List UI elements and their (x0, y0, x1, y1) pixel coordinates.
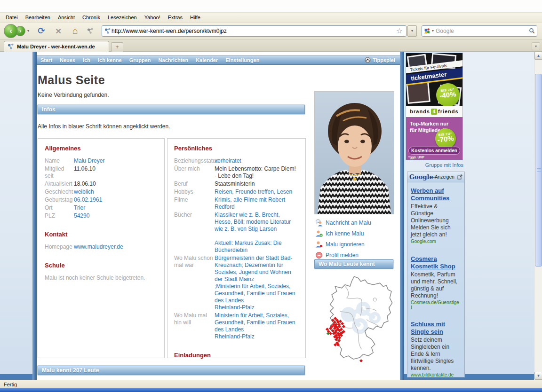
nav-start[interactable]: Start (37, 57, 56, 63)
filme-link[interactable]: Krimis, alle Filme mit Robert Redford (215, 196, 299, 211)
info-row: Homepagewww.maludreyer.de (45, 243, 158, 251)
bookmark-star-icon[interactable]: ☆ (395, 26, 404, 35)
info-value: 11.06.10 (74, 165, 158, 180)
info-label: Wo Malu schon mal war (174, 255, 215, 311)
wkw-toolbar-icon[interactable] (87, 27, 94, 35)
info-row: HobbysReisen, Freunde treffen, Lesen (174, 188, 299, 196)
action-ich-kenne[interactable]: Ich kenne Malu (315, 230, 399, 237)
menu-bar: Datei Bearbeiten Ansicht Chronik Lesezei… (0, 12, 542, 23)
action-nachricht[interactable]: Nachricht an Malu (315, 219, 399, 227)
map-dot (359, 359, 363, 362)
search-magnifier-icon[interactable] (529, 28, 535, 34)
search-box: ▾ (422, 25, 537, 37)
info-row: PLZ54290 (45, 212, 158, 220)
ad-url[interactable]: www.bildkontakte.de (411, 372, 461, 377)
browser-window: Datei Bearbeiten Ansicht Chronik Lesezei… (0, 0, 542, 392)
menu-yahoo[interactable]: Yahoo! (141, 13, 164, 22)
google-engine-icon[interactable] (424, 28, 430, 34)
nav-ich-kenne[interactable]: Ich kenne (94, 57, 126, 63)
logo-part: friends (438, 109, 459, 114)
connection-note: Keine Verbindung gefunden. (38, 92, 109, 98)
kontakt-title: Kontakt (45, 231, 158, 238)
ad-url[interactable]: Cosmera.de/Guenstige-I (411, 300, 461, 310)
status-text: Fertig (4, 382, 17, 387)
new-tab-button[interactable]: + (111, 42, 123, 52)
ort-link[interactable]: Trier (74, 204, 158, 212)
geschlecht-link[interactable]: weiblich (74, 188, 158, 196)
reload-button[interactable]: ⟳ (35, 25, 48, 36)
ad-title-link[interactable]: Schluss mit Single sein (411, 321, 461, 336)
scroll-down-button[interactable]: ▼ (534, 372, 542, 380)
tab-malu-dreyer[interactable]: Malu Dreyer - wer-kennt-wen.de (4, 41, 109, 52)
brands4friends-logo: brands4friends (406, 106, 462, 117)
wo-war-link[interactable]: Bürgermeisterin der Stadt Bad-Kreuznach;… (215, 255, 299, 311)
nav-kalender[interactable]: Kalender (192, 57, 222, 63)
gruppe-mit-infos-link[interactable]: Gruppe mit Infos (406, 162, 463, 168)
external-link-icon[interactable] (457, 174, 462, 180)
menu-ansicht[interactable]: Ansicht (54, 13, 79, 22)
tab-title: Malu Dreyer - wer-kennt-wen.de (17, 44, 95, 49)
geburtstag-link[interactable]: 06.02.1961 (74, 196, 158, 204)
ad-cta-button[interactable]: Kostenlos anmelden (408, 147, 460, 155)
search-input[interactable] (436, 28, 529, 34)
main-content: Start Neues Ich Ich kenne Gruppen Nachri… (37, 52, 400, 380)
engine-dropdown-icon[interactable]: ▾ (430, 29, 436, 33)
allgemeines-box: Allgemeines NameMalu Dreyer Mitglied sei… (38, 138, 165, 358)
info-value: 18.06.10 (74, 180, 158, 188)
ad-footnote: *ggü. UVP (408, 156, 424, 159)
ticketmaster-ad[interactable]: Tickets für Festivals ticketmaster BIS Z… (406, 53, 463, 160)
ad-url[interactable]: Google.com (411, 239, 461, 244)
scrollbar-thumb[interactable] (535, 74, 542, 267)
url-input[interactable] (112, 28, 395, 34)
action-label: Ich kenne Malu (326, 230, 364, 237)
beziehungsstatus-link[interactable]: verheiratet (215, 157, 299, 165)
hobbys-link[interactable]: Reisen, Freunde treffen, Lesen (215, 188, 299, 196)
info-row: OrtTrier (45, 204, 158, 212)
scrollbar-grip (537, 168, 541, 172)
logo-part: 4 (431, 109, 437, 115)
infos-header-bar: Infos (38, 105, 305, 114)
ad-title-link[interactable]: Werben auf Communities (411, 187, 461, 202)
nav-ich[interactable]: Ich (79, 57, 94, 63)
plz-link[interactable]: 54290 (74, 212, 158, 220)
menu-datei[interactable]: Datei (2, 13, 22, 22)
google-ad: Cosmera Kosmetik Shop Kosmetik, Parfum u… (407, 244, 464, 310)
nav-gruppen[interactable]: Gruppen (126, 57, 155, 63)
action-profil-melden[interactable]: Profil melden (315, 251, 399, 259)
ad-body: Setz deinem Singleleben ein Ende & lern … (411, 337, 461, 372)
einladungen-title: Einladungen (174, 352, 299, 359)
google-ads-box: Google -Anzeigen Werben auf Communities … (407, 172, 465, 377)
tippspiel-link[interactable]: Tippspiel (373, 57, 395, 63)
action-ignorieren[interactable]: Malu ignorieren (315, 241, 399, 248)
history-dropdown-icon[interactable]: ▾ (25, 29, 31, 33)
window-titlebar (0, 0, 542, 12)
nav-tippspiel[interactable]: Tippspiel (365, 57, 400, 63)
menu-hilfe[interactable]: Hilfe (186, 13, 204, 22)
menu-bearbeiten[interactable]: Bearbeiten (22, 13, 54, 22)
info-value: Staatsministerin (215, 180, 299, 188)
home-button[interactable]: ⌂ (69, 25, 82, 36)
buecher-link[interactable]: Klassiker wie z. B. Brecht, Hesse, Böll;… (215, 212, 299, 254)
nav-einstellungen[interactable]: Einstellungen (222, 57, 263, 63)
info-row: Geburtstag06.02.1961 (45, 196, 158, 204)
nav-neues[interactable]: Neues (56, 57, 79, 63)
persoenliches-box: Persönliches Beziehungsstatusverheiratet… (167, 138, 306, 358)
vertical-scrollbar[interactable]: ▲ ▼ (534, 52, 542, 380)
info-row: Beziehungsstatusverheiratet (174, 157, 299, 165)
url-dropdown-button[interactable]: ▾ (407, 25, 417, 37)
info-label: Beziehungsstatus (174, 157, 215, 165)
menu-chronik[interactable]: Chronik (79, 13, 104, 22)
back-button[interactable]: ‹ (4, 24, 18, 38)
info-row: Geschlechtweiblich (45, 188, 158, 196)
badge-value: -70% (435, 135, 456, 143)
menu-extras[interactable]: Extras (164, 13, 186, 22)
nav-nachrichten[interactable]: Nachrichten (155, 57, 192, 63)
name-link[interactable]: Malu Dreyer (74, 157, 158, 165)
homepage-link[interactable]: www.maludreyer.de (74, 243, 158, 251)
wo-hin-link[interactable]: Ministerin für Arbeit, Soziales, Gesundh… (215, 312, 299, 340)
ad-title-link[interactable]: Cosmera Kosmetik Shop (411, 255, 461, 270)
scroll-up-button[interactable]: ▲ (534, 52, 542, 60)
tab-list-dropdown-icon[interactable]: ▾ (532, 42, 540, 50)
menu-lesezeichen[interactable]: Lesezeichen (104, 13, 141, 22)
stop-button[interactable]: × (52, 25, 65, 37)
